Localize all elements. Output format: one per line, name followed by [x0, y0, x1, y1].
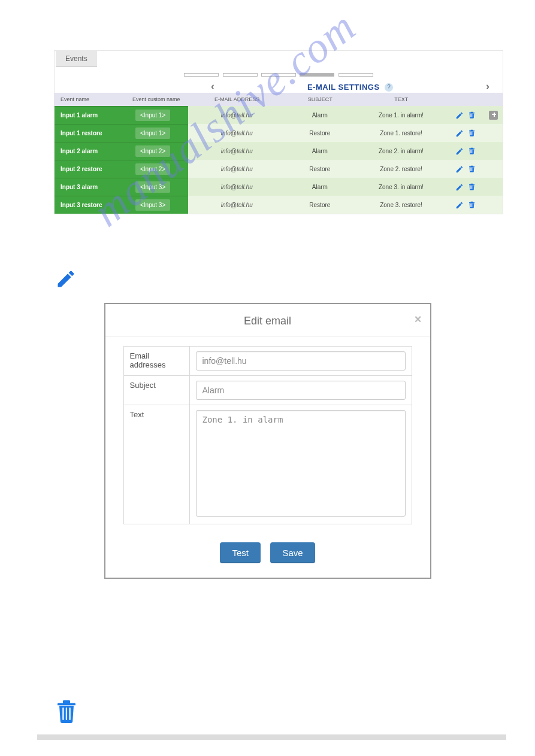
event-custom-name[interactable]: <Input 1>: [135, 110, 170, 121]
cell-email: info@tell.hu: [188, 124, 285, 142]
cell-text: Zone 3. restore!: [355, 196, 448, 214]
save-button[interactable]: Save: [270, 542, 315, 563]
help-icon[interactable]: ?: [385, 83, 393, 92]
label-text: Text: [123, 405, 189, 524]
cell-email: info@tell.hu: [188, 196, 285, 214]
pager-seg[interactable]: [184, 73, 219, 77]
cell-subject: Alarm: [285, 106, 355, 124]
table-row: Input 2 restore<Input 2>info@tell.huRest…: [55, 160, 503, 178]
cell-email: info@tell.hu: [188, 178, 285, 196]
event-name: Input 3 restore: [61, 202, 135, 208]
pager-seg[interactable]: [223, 73, 258, 77]
edit-icon[interactable]: [455, 183, 463, 191]
cell-email: info@tell.hu: [188, 106, 285, 124]
panel-title: E-MAIL SETTINGS: [307, 83, 380, 92]
cell-text: Zone 2. restore!: [355, 160, 448, 178]
table-header: Event name Event custom name E-MAIL ADDR…: [55, 93, 503, 106]
close-icon[interactable]: ×: [415, 312, 422, 326]
table-row: Input 3 restore<Input 3>info@tell.huRest…: [55, 196, 503, 214]
event-custom-name[interactable]: <Input 3>: [135, 199, 170, 211]
cell-subject: Restore: [285, 160, 355, 178]
event-custom-name[interactable]: <Input 1>: [135, 127, 170, 139]
col-subject: SUBJECT: [285, 93, 355, 106]
cell-subject: Restore: [285, 196, 355, 214]
edit-email-modal: Edit email × Email addresses Subject Tex…: [104, 303, 431, 579]
pager-seg-active[interactable]: [300, 73, 334, 77]
cell-text: Zone 3. in alarm!: [355, 178, 448, 196]
delete-icon[interactable]: [468, 165, 476, 173]
events-panel: Events ‹ E-MAIL SETTINGS ? › Event name …: [54, 50, 503, 214]
svg-rect-1: [66, 708, 67, 720]
email-field[interactable]: [196, 351, 406, 371]
col-email: E-MAIL ADDRESS: [189, 93, 285, 106]
cell-text: Zone 1. in alarm!: [355, 106, 448, 124]
event-name: Input 3 alarm: [61, 184, 135, 190]
cell-email: info@tell.hu: [188, 142, 285, 160]
delete-icon-large: [55, 699, 535, 726]
edit-icon[interactable]: [455, 165, 463, 173]
delete-icon[interactable]: [468, 111, 476, 119]
cell-subject: Restore: [285, 124, 355, 142]
delete-icon[interactable]: [468, 147, 476, 155]
subject-field[interactable]: [196, 381, 406, 400]
event-name: Input 2 alarm: [61, 148, 135, 154]
label-subject: Subject: [123, 376, 189, 405]
text-field[interactable]: Zone 1. in alarm: [196, 410, 406, 517]
edit-icon[interactable]: [455, 201, 463, 209]
event-name: Input 2 restore: [61, 166, 135, 172]
next-arrow[interactable]: ›: [481, 80, 494, 93]
add-icon[interactable]: [489, 111, 498, 120]
cell-email: info@tell.hu: [188, 160, 285, 178]
cell-text: Zone 2. in alarm!: [355, 142, 448, 160]
event-custom-name[interactable]: <Input 2>: [135, 163, 170, 175]
pager-seg[interactable]: [338, 73, 373, 77]
delete-icon[interactable]: [468, 201, 476, 209]
table-row: Input 1 alarm<Input 1>info@tell.huAlarmZ…: [55, 106, 503, 124]
prev-arrow[interactable]: ‹: [206, 80, 219, 93]
pager-seg[interactable]: [261, 73, 296, 77]
event-name: Input 1 restore: [61, 130, 135, 136]
col-text: TEXT: [355, 93, 448, 106]
tab-events[interactable]: Events: [56, 51, 97, 67]
table-row: Input 2 alarm<Input 2>info@tell.huAlarmZ…: [55, 142, 503, 160]
event-custom-name[interactable]: <Input 2>: [135, 145, 170, 157]
edit-icon-large: [55, 268, 535, 292]
edit-icon[interactable]: [455, 111, 463, 119]
svg-rect-2: [69, 708, 71, 720]
cell-subject: Alarm: [285, 142, 355, 160]
col-custom: Event custom name: [132, 96, 189, 102]
delete-icon[interactable]: [468, 129, 476, 137]
cell-text: Zone 1. restore!: [355, 124, 448, 142]
cell-subject: Alarm: [285, 178, 355, 196]
edit-icon[interactable]: [455, 129, 463, 137]
delete-icon[interactable]: [468, 183, 476, 191]
event-name: Input 1 alarm: [61, 112, 135, 119]
table-row: Input 1 restore<Input 1>info@tell.huRest…: [55, 124, 503, 142]
event-custom-name[interactable]: <Input 3>: [135, 181, 170, 193]
footer-divider: [37, 734, 506, 740]
col-eventname: Event name: [55, 96, 132, 102]
modal-title: Edit email: [244, 315, 291, 327]
test-button[interactable]: Test: [220, 542, 261, 563]
label-email: Email addresses: [123, 347, 189, 376]
edit-icon[interactable]: [455, 147, 463, 155]
svg-rect-0: [62, 708, 64, 720]
table-row: Input 3 alarm<Input 3>info@tell.huAlarmZ…: [55, 178, 503, 196]
pager-segments: [55, 67, 503, 79]
